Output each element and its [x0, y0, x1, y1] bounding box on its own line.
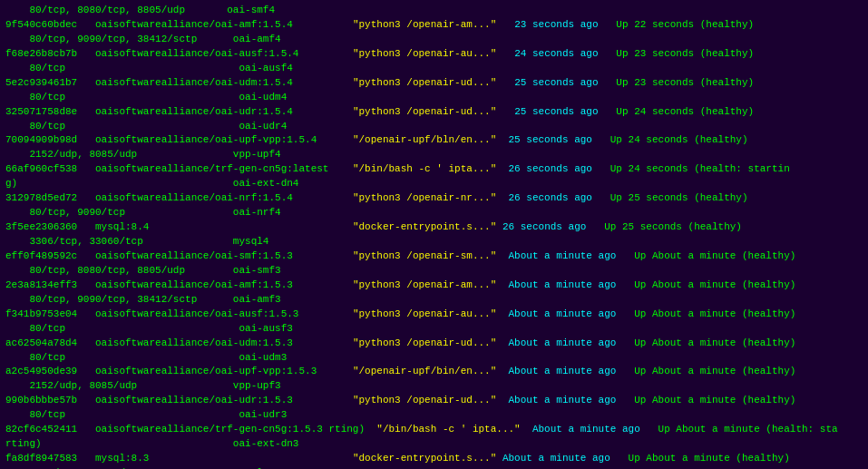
- line-7b: g) oai-ext-dn4: [5, 177, 863, 191]
- line-3b: 80/tcp oai-ausf4: [5, 62, 863, 76]
- line-2a: 9f540c60bdec oaisoftwarealliance/oai-amf…: [5, 18, 863, 33]
- line-5a: 325071758d8e oaisoftwarealliance/oai-udr…: [5, 105, 863, 120]
- line-16a: 82cf6c452411 oaisoftwarealliance/trf-gen…: [5, 423, 863, 437]
- line-13a: ac62504a78d4 oaisoftwarealliance/oai-udm…: [5, 337, 863, 351]
- line-8a: 312978d5ed72 oaisoftwarealliance/oai-nrf…: [5, 191, 863, 206]
- line-4b: 80/tcp oai-udm4: [5, 91, 863, 105]
- line-6b: 2152/udp, 8085/udp vpp-upf4: [5, 148, 863, 162]
- line-1: 80/tcp, 8080/tcp, 8805/udp oai-smf4: [5, 4, 863, 18]
- line-12a: f341b9753e04 oaisoftwarealliance/oai-aus…: [5, 308, 863, 322]
- line-16b: rting) oai-ext-dn3: [5, 437, 863, 452]
- line-8b: 80/tcp, 9090/tcp oai-nrf4: [5, 206, 863, 220]
- line-14b: 2152/udp, 8085/udp vpp-upf3: [5, 379, 863, 394]
- line-2b: 80/tcp, 9090/tcp, 38412/sctp oai-amf4: [5, 33, 863, 47]
- line-3a: f68e26b8cb7b oaisoftwarealliance/oai-aus…: [5, 47, 863, 62]
- line-10a: eff0f489592c oaisoftwarealliance/oai-smf…: [5, 249, 863, 264]
- line-10b: 80/tcp, 8080/tcp, 8805/udp oai-smf3: [5, 264, 863, 278]
- line-13b: 80/tcp oai-udm3: [5, 351, 863, 366]
- line-11a: 2e3a8134eff3 oaisoftwarealliance/oai-amf…: [5, 278, 863, 293]
- line-15b: 80/tcp oai-udr3: [5, 408, 863, 423]
- line-15a: 990b6bbbe57b oaisoftwarealliance/oai-udr…: [5, 394, 863, 408]
- line-12b: 80/tcp oai-ausf3: [5, 322, 863, 337]
- line-4a: 5e2c939461b7 oaisoftwarealliance/oai-udm…: [5, 76, 863, 91]
- line-9a: 3f5ee2306360 mysql:8.4 "docker-entrypoin…: [5, 220, 863, 235]
- line-9b: 3306/tcp, 33060/tcp mysql4: [5, 235, 863, 249]
- line-14a: a2c54950de39 oaisoftwarealliance/oai-upf…: [5, 365, 863, 379]
- line-7a: 66af960cf538 oaisoftwarealliance/trf-gen…: [5, 162, 863, 177]
- line-5b: 80/tcp oai-udr4: [5, 120, 863, 134]
- terminal-window: 80/tcp, 8080/tcp, 8805/udp oai-smf4 9f54…: [5, 4, 863, 469]
- line-6a: 70094909b98d oaisoftwarealliance/oai-upf…: [5, 133, 863, 148]
- line-17a: fa8df8947583 mysql:8.3 "docker-entrypoin…: [5, 452, 863, 466]
- line-11b: 80/tcp, 9090/tcp, 38412/sctp oai-amf3: [5, 293, 863, 308]
